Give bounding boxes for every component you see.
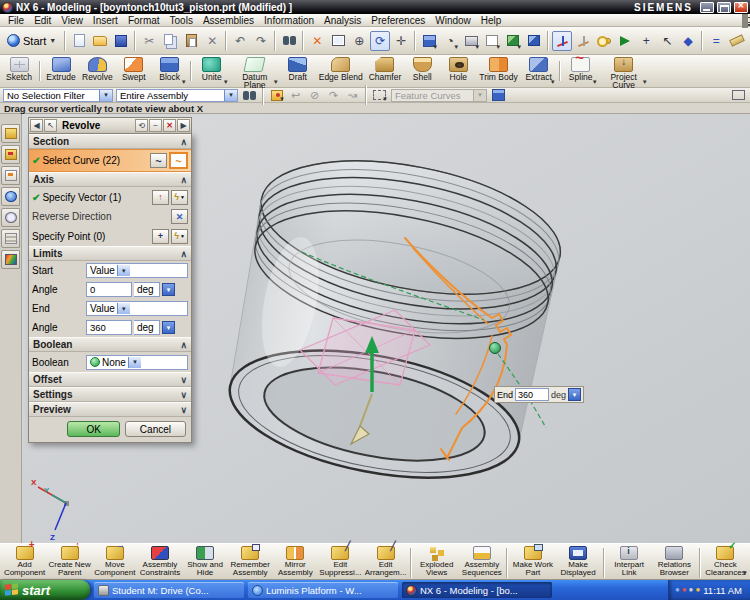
draft-button[interactable]: Draft ▼ [280, 55, 316, 87]
restore-button[interactable] [717, 2, 731, 13]
menu-tools[interactable]: Tools [165, 15, 198, 26]
maximize-view-icon[interactable] [730, 89, 747, 102]
task-luminis[interactable]: Luminis Platform - W... [248, 582, 398, 598]
constraint-navigator-tab[interactable] [1, 145, 20, 164]
make-work-part-button[interactable]: Make Work Part ▼ [510, 545, 555, 577]
swept-button[interactable]: Swept ▼ [116, 55, 152, 87]
collapse-icon[interactable]: ∧ [180, 137, 187, 147]
preview-group-header[interactable]: Preview ∨ [29, 402, 191, 417]
point-inferred-button[interactable]: ϟ▼ [171, 229, 188, 244]
start-type-combo[interactable]: Value ▼ [86, 263, 188, 278]
offset-group-header[interactable]: Offset ∨ [29, 372, 191, 387]
vector-constructor-icon[interactable]: ▼ [615, 31, 635, 51]
command-finder-icon[interactable]: ▼ [279, 31, 299, 51]
intersection-icon[interactable]: ↝ ▼ [344, 89, 361, 102]
selection-scope-combo[interactable]: Entire Assembly ▼ [116, 89, 238, 102]
axis-group-header[interactable]: Axis ∧ [29, 172, 191, 187]
solid-body-icon[interactable] [490, 89, 507, 102]
copy-icon[interactable]: ▼ [160, 31, 180, 51]
extrude-button[interactable]: Extrude ▼ [43, 55, 79, 87]
boolean-group-header[interactable]: Boolean ∧ [29, 337, 191, 352]
make-displayed-button[interactable]: Make Displayed ▼ [556, 545, 601, 577]
sketch-button[interactable]: Sketch ▼ [1, 55, 37, 87]
rectangle-select-icon[interactable]: ▼ [371, 89, 388, 102]
menu-preferences[interactable]: Preferences [366, 15, 430, 26]
system-materials-tab[interactable] [1, 229, 20, 248]
block-button[interactable]: Block ▼ [152, 55, 188, 87]
measure-icon[interactable]: ▼ [727, 31, 747, 51]
paste-icon[interactable]: ▼ [181, 31, 201, 51]
project-curve-button[interactable]: Project Curve ▼ [599, 55, 649, 87]
exploded-views-button[interactable]: Exploded Views ▼ [414, 545, 459, 577]
menu-help[interactable]: Help [476, 15, 507, 26]
select-curve-row[interactable]: ✔ Select Curve (22) ~ ~ [29, 149, 191, 172]
menu-insert[interactable]: Insert [88, 15, 123, 26]
point-dialog-button[interactable]: + [152, 229, 169, 244]
dialog-reset-icon[interactable]: ⟲ [135, 119, 148, 132]
chevron-down-icon[interactable]: ▼ [224, 90, 237, 101]
move-component-button[interactable]: Move Component ▼ [92, 545, 137, 577]
unite-button[interactable]: Unite ▼ [194, 55, 230, 87]
rotate-view-icon[interactable]: ⟳ ▼ [370, 31, 390, 51]
task-nx6[interactable]: NX 6 - Modeling - [bo... [402, 582, 552, 598]
vector-dialog-button[interactable]: ↑ [152, 190, 169, 205]
zoom-window-icon[interactable]: ▼ [328, 31, 348, 51]
tray-antivirus-icon[interactable]: ● [682, 586, 687, 594]
menu-information[interactable]: Information [259, 15, 319, 26]
edit-suppression-button[interactable]: Edit Suppressi... ▼ [318, 545, 363, 577]
selection-filter-combo[interactable]: No Selection Filter ▼ [3, 89, 113, 102]
snap-view-icon[interactable]: ▼ [524, 31, 544, 51]
section-group-header[interactable]: Section ∧ [29, 134, 191, 149]
assembly-sequences-button[interactable]: Assembly Sequences ▼ [459, 545, 504, 577]
add-component-button[interactable]: Add Component ▼ [2, 545, 47, 577]
dialog-close-icon[interactable]: ✕ [163, 119, 176, 132]
specify-point-row[interactable]: Specify Point (0) + ϟ▼ [29, 226, 191, 246]
chevron-down-icon[interactable]: ▼ [117, 303, 130, 314]
menu-format[interactable]: Format [123, 15, 165, 26]
tray-network-icon[interactable]: ● [675, 586, 680, 594]
start-button[interactable]: start [0, 580, 90, 600]
interpart-link-button[interactable]: Interpart Link ▼ [607, 545, 652, 577]
task-student-drive[interactable]: Student M: Drive (Co... [94, 582, 244, 598]
spline-button[interactable]: Spline ▼ [563, 55, 599, 87]
menu-analysis[interactable]: Analysis [319, 15, 366, 26]
reverse-direction-button[interactable]: ✕ [171, 209, 188, 224]
check-clearances-button[interactable]: Check Clearances ▼ [703, 545, 748, 577]
chevron-down-icon[interactable]: ▼ [99, 90, 112, 101]
chamfer-button[interactable]: Chamfer ▼ [366, 55, 405, 87]
save-icon[interactable]: ▼ [111, 31, 131, 51]
onscreen-angle-input[interactable] [515, 388, 549, 401]
expand-icon[interactable]: ∨ [180, 375, 187, 385]
chevron-down-icon[interactable]: ▼ [117, 265, 130, 276]
curve-select-button[interactable]: ~ [169, 152, 188, 169]
vector-inferred-button[interactable]: ϟ▼ [171, 190, 188, 205]
part-navigator-tab[interactable] [1, 166, 20, 185]
dialog-minimize-icon[interactable]: − [149, 119, 162, 132]
trim-body-button[interactable]: Trim Body ▼ [476, 55, 520, 87]
assembly-navigator-tab[interactable] [1, 124, 20, 143]
shell-button[interactable]: Shell ▼ [404, 55, 440, 87]
menu-file[interactable]: File [3, 15, 29, 26]
zoom-in-out-icon[interactable]: ⊕ ▼ [349, 31, 369, 51]
csys-dynamics-icon[interactable]: ▼ [573, 31, 593, 51]
dialog-back-icon[interactable]: ◀ [30, 119, 43, 132]
fit-view-icon[interactable]: ✕ ▼ [307, 31, 327, 51]
point-constructor-icon[interactable]: + ▼ [636, 31, 656, 51]
delete-icon[interactable]: ✕ ▼ [202, 31, 222, 51]
limits-group-header[interactable]: Limits ∧ [29, 246, 191, 261]
find-in-assembly-icon[interactable]: ▼ [241, 89, 258, 102]
collapse-icon[interactable]: ∧ [180, 175, 187, 185]
angle-drag-handle[interactable] [490, 343, 501, 354]
end-point-icon[interactable]: ↩ ▼ [287, 89, 304, 102]
expand-icon[interactable]: ∨ [180, 405, 187, 415]
snap-point-icon[interactable]: ▼ [268, 89, 285, 102]
render-style-icon[interactable]: ▼ [461, 31, 481, 51]
menu-assemblies[interactable]: Assemblies [198, 15, 259, 26]
mirror-assembly-button[interactable]: Mirror Assembly ▼ [273, 545, 318, 577]
start-angle-input[interactable] [86, 282, 132, 297]
end-angle-input[interactable] [86, 320, 132, 335]
end-angle-options-button[interactable]: ▼ [162, 321, 175, 334]
undo-icon[interactable]: ↶ ▼ [230, 31, 250, 51]
collapse-icon[interactable]: ∧ [180, 340, 187, 350]
relations-browser-button[interactable]: Relations Browser ▼ [652, 545, 697, 577]
